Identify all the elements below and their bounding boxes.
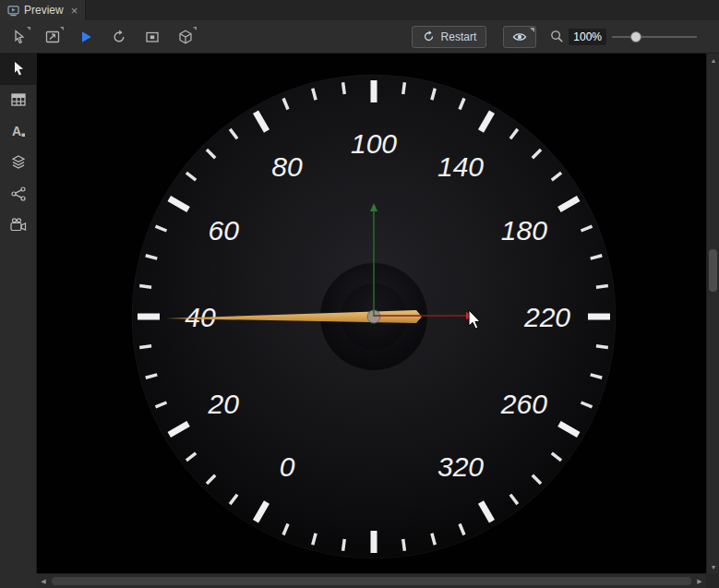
dropdown-corner-icon <box>193 27 197 30</box>
horizontal-scrollbar[interactable]: ◀ ▶ <box>37 573 706 588</box>
svg-text:0: 0 <box>280 451 295 482</box>
gauge-svg: 020406080100140180220260320 <box>37 54 706 573</box>
connections-icon <box>9 185 28 206</box>
reset-view-icon <box>111 29 127 45</box>
restart-label: Restart <box>441 30 477 43</box>
select-tool-icon <box>9 59 28 80</box>
svg-text:A: A <box>12 124 21 138</box>
zoom-selection-button[interactable] <box>41 25 65 49</box>
text-tool-icon: A <box>9 122 28 143</box>
svg-text:320: 320 <box>437 451 484 482</box>
eye-icon <box>511 29 528 45</box>
restart-icon <box>422 30 436 43</box>
sidebar-connections[interactable] <box>0 179 37 210</box>
dropdown-corner-icon <box>27 27 30 30</box>
play-mode-icon <box>78 29 94 45</box>
visibility-button[interactable] <box>503 26 536 48</box>
cube-3d-button[interactable] <box>174 25 198 49</box>
frame-view-button[interactable] <box>140 25 164 49</box>
play-mode-button[interactable] <box>74 25 98 49</box>
zoom-level[interactable]: 100% <box>569 29 606 45</box>
layers-icon <box>9 153 28 174</box>
sidebar-select-tool[interactable] <box>0 54 37 85</box>
tab-label: Preview <box>24 4 64 17</box>
sidebar-table-view[interactable] <box>0 85 37 116</box>
svg-text:20: 20 <box>207 389 239 419</box>
tab-bar: Preview × <box>0 0 719 21</box>
svg-text:40: 40 <box>185 302 216 332</box>
pick-tool-icon <box>11 29 28 45</box>
zoom-slider-thumb[interactable] <box>630 31 641 42</box>
svg-text:80: 80 <box>271 151 303 182</box>
toolbar: Restart 100% <box>0 20 719 54</box>
reset-view-button[interactable] <box>107 25 131 49</box>
dropdown-corner-icon <box>60 27 64 30</box>
zoom-slider[interactable] <box>612 28 697 46</box>
sidebar-layers[interactable] <box>0 148 37 179</box>
scroll-up-icon[interactable]: ▲ <box>707 54 719 66</box>
scroll-left-icon[interactable]: ◀ <box>37 574 50 588</box>
toolbar-right-group: Restart 100% <box>412 26 697 48</box>
svg-text:220: 220 <box>523 302 570 332</box>
sidebar-camera[interactable] <box>0 210 37 242</box>
zoom-selection-icon <box>44 29 61 45</box>
scroll-right-icon[interactable]: ▶ <box>693 574 706 588</box>
cube-3d-icon <box>177 29 194 45</box>
tab-close-icon[interactable]: × <box>71 5 78 17</box>
svg-text:260: 260 <box>500 389 547 419</box>
tab-preview[interactable]: Preview × <box>0 0 86 20</box>
camera-icon <box>9 216 28 237</box>
preview-tab-icon <box>7 5 19 17</box>
pick-tool-button[interactable] <box>7 25 31 49</box>
svg-text:180: 180 <box>501 215 547 246</box>
table-view-icon <box>9 90 28 112</box>
svg-text:60: 60 <box>208 215 239 246</box>
preview-canvas[interactable]: 020406080100140180220260320 <box>37 54 706 573</box>
left-toolbar: A <box>0 54 37 573</box>
svg-text:100: 100 <box>351 128 397 159</box>
preview-window: Preview × Restart <box>0 0 719 588</box>
frame-icon <box>144 29 161 45</box>
zoom-slider-track <box>612 36 697 38</box>
scrollbar-corner <box>706 573 719 588</box>
magnifier-icon <box>549 29 565 44</box>
sidebar-footer <box>0 573 37 588</box>
restart-button[interactable]: Restart <box>412 26 487 48</box>
vertical-scrollbar-thumb[interactable] <box>709 249 717 292</box>
svg-text:140: 140 <box>437 151 484 182</box>
sidebar-text-tool[interactable]: A <box>0 116 37 148</box>
scroll-down-icon[interactable]: ▼ <box>707 560 719 573</box>
dropdown-corner-icon <box>530 28 534 32</box>
vertical-scrollbar[interactable]: ▲ ▼ <box>706 54 719 573</box>
horizontal-scrollbar-thumb[interactable] <box>52 577 691 585</box>
